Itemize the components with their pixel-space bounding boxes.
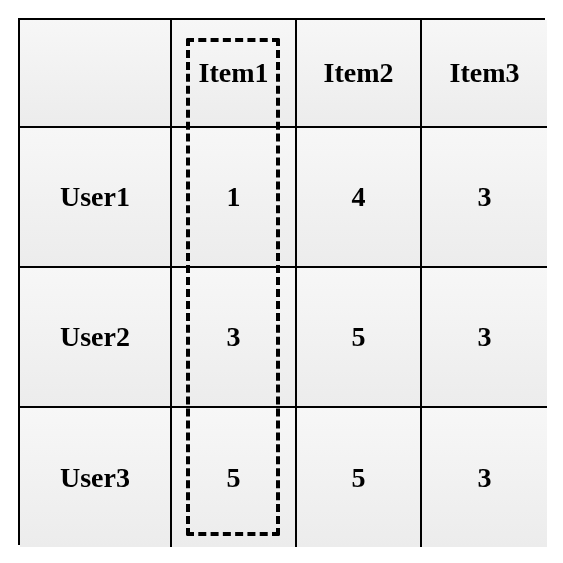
header-blank bbox=[20, 20, 172, 128]
cell-r2c1: 3 bbox=[172, 268, 297, 408]
cell-value: 4 bbox=[352, 181, 366, 213]
cell-value: 3 bbox=[478, 181, 492, 213]
data-table: Item1 Item2 Item3 User1 1 4 3 User2 3 5 … bbox=[18, 18, 545, 545]
cell-r3c1: 5 bbox=[172, 408, 297, 547]
header-label: Item1 bbox=[199, 57, 269, 89]
cell-r2c3: 3 bbox=[422, 268, 547, 408]
cell-value: 3 bbox=[478, 462, 492, 494]
row-label-user3: User3 bbox=[20, 408, 172, 547]
row-label-user2: User2 bbox=[20, 268, 172, 408]
cell-value: 5 bbox=[352, 321, 366, 353]
cell-r1c1: 1 bbox=[172, 128, 297, 268]
header-label: Item3 bbox=[450, 57, 520, 89]
header-label: Item2 bbox=[324, 57, 394, 89]
cell-value: 1 bbox=[227, 181, 241, 213]
cell-value: 3 bbox=[478, 321, 492, 353]
cell-r3c3: 3 bbox=[422, 408, 547, 547]
header-item1: Item1 bbox=[172, 20, 297, 128]
row-label-user1: User1 bbox=[20, 128, 172, 268]
header-item2: Item2 bbox=[297, 20, 422, 128]
row-label: User1 bbox=[60, 181, 130, 213]
header-item3: Item3 bbox=[422, 20, 547, 128]
row-label: User3 bbox=[60, 462, 130, 494]
cell-value: 5 bbox=[352, 462, 366, 494]
cell-r1c3: 3 bbox=[422, 128, 547, 268]
cell-r3c2: 5 bbox=[297, 408, 422, 547]
cell-value: 3 bbox=[227, 321, 241, 353]
cell-value: 5 bbox=[227, 462, 241, 494]
cell-r1c2: 4 bbox=[297, 128, 422, 268]
row-label: User2 bbox=[60, 321, 130, 353]
cell-r2c2: 5 bbox=[297, 268, 422, 408]
